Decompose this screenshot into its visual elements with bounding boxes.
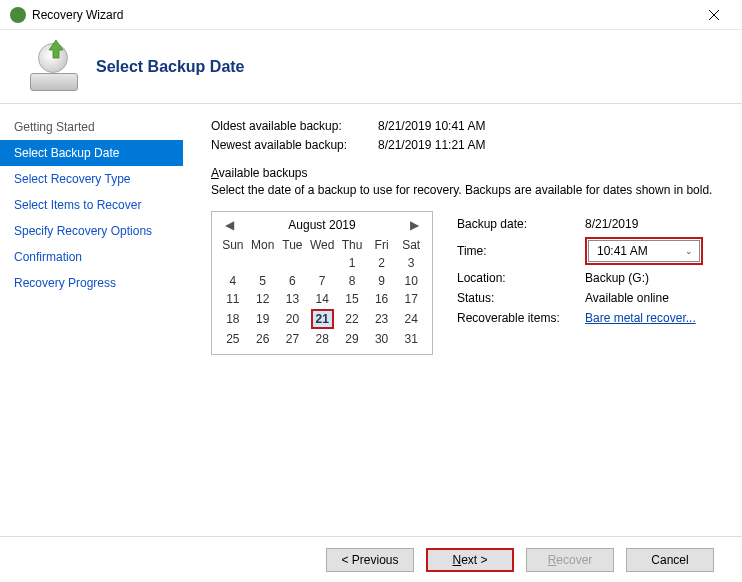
cal-day[interactable] — [307, 254, 337, 272]
app-icon — [10, 7, 26, 23]
recoverable-items-link[interactable]: Bare metal recover... — [585, 311, 696, 325]
cal-day[interactable]: 2 — [367, 254, 396, 272]
recovery-icon — [30, 43, 80, 91]
cal-day[interactable]: 6 — [278, 272, 308, 290]
close-icon — [709, 10, 719, 20]
cal-day[interactable]: 15 — [337, 290, 367, 308]
cal-day[interactable]: 10 — [396, 272, 426, 290]
step-specify-options[interactable]: Specify Recovery Options — [0, 218, 183, 244]
available-backups-title: Available backups — [211, 166, 718, 180]
cal-day[interactable]: 14 — [307, 290, 337, 308]
cal-day[interactable]: 17 — [396, 290, 426, 308]
status-label: Status: — [457, 291, 585, 305]
step-recovery-progress[interactable]: Recovery Progress — [0, 270, 183, 296]
cal-day[interactable] — [278, 254, 308, 272]
time-label: Time: — [457, 244, 585, 258]
cal-day[interactable]: 1 — [337, 254, 367, 272]
step-confirmation[interactable]: Confirmation — [0, 244, 183, 270]
cal-day[interactable] — [248, 254, 278, 272]
cal-day[interactable]: 4 — [218, 272, 248, 290]
time-highlight: 10:41 AM ⌄ — [585, 237, 703, 265]
step-getting-started[interactable]: Getting Started — [0, 114, 183, 140]
cal-day[interactable]: 5 — [248, 272, 278, 290]
backup-info: Backup date: 8/21/2019 Time: 10:41 AM ⌄ — [457, 211, 718, 331]
cal-day[interactable]: 22 — [337, 308, 367, 330]
oldest-backup-value: 8/21/2019 10:41 AM — [378, 119, 485, 133]
cal-day[interactable]: 8 — [337, 272, 367, 290]
cal-day[interactable]: 20 — [278, 308, 308, 330]
dow-thu: Thu — [337, 236, 367, 254]
location-value: Backup (G:) — [585, 271, 718, 285]
cal-day[interactable]: 9 — [367, 272, 396, 290]
title-bar: Recovery Wizard — [0, 0, 742, 30]
cal-day[interactable]: 7 — [307, 272, 337, 290]
calendar-grid: Sun Mon Tue Wed Thu Fri Sat — [218, 236, 426, 348]
cal-day[interactable] — [218, 254, 248, 272]
oldest-backup-row: Oldest available backup: 8/21/2019 10:41… — [211, 119, 718, 133]
cal-day[interactable]: 25 — [218, 330, 248, 348]
recover-button: Recover — [526, 548, 614, 572]
cal-day-selected[interactable]: 21 — [307, 308, 337, 330]
cal-day[interactable]: 28 — [307, 330, 337, 348]
step-select-backup-date[interactable]: Select Backup Date — [0, 140, 183, 166]
available-backups-desc: Select the date of a backup to use for r… — [211, 183, 718, 197]
chevron-down-icon: ⌄ — [685, 246, 693, 256]
wizard-footer: < Previous Next > Recover Cancel — [0, 536, 742, 582]
dow-tue: Tue — [278, 236, 308, 254]
cal-day[interactable]: 12 — [248, 290, 278, 308]
cal-day[interactable]: 11 — [218, 290, 248, 308]
calendar-next-button[interactable]: ▶ — [408, 218, 422, 232]
recoverable-items-label: Recoverable items: — [457, 311, 585, 325]
status-value: Available online — [585, 291, 718, 305]
page-title: Select Backup Date — [96, 58, 245, 76]
step-select-items[interactable]: Select Items to Recover — [0, 192, 183, 218]
cal-day[interactable]: 18 — [218, 308, 248, 330]
cal-day[interactable]: 31 — [396, 330, 426, 348]
time-value: 10:41 AM — [597, 244, 648, 258]
oldest-backup-label: Oldest available backup: — [211, 119, 366, 133]
cal-day[interactable]: 23 — [367, 308, 396, 330]
cal-day[interactable]: 30 — [367, 330, 396, 348]
cal-day[interactable]: 29 — [337, 330, 367, 348]
time-dropdown[interactable]: 10:41 AM ⌄ — [588, 240, 700, 262]
backup-date-value: 8/21/2019 — [585, 217, 718, 231]
newest-backup-row: Newest available backup: 8/21/2019 11:21… — [211, 138, 718, 152]
wizard-steps: Getting Started Select Backup Date Selec… — [0, 104, 183, 536]
cal-day[interactable]: 24 — [396, 308, 426, 330]
next-button[interactable]: Next > — [426, 548, 514, 572]
content-area: Oldest available backup: 8/21/2019 10:41… — [183, 104, 742, 536]
calendar: ◀ August 2019 ▶ Sun Mon Tue Wed Thu Fri — [211, 211, 433, 355]
newest-backup-value: 8/21/2019 11:21 AM — [378, 138, 485, 152]
dow-wed: Wed — [307, 236, 337, 254]
cal-day[interactable]: 26 — [248, 330, 278, 348]
cal-day[interactable]: 27 — [278, 330, 308, 348]
dow-sat: Sat — [396, 236, 426, 254]
cal-day[interactable]: 3 — [396, 254, 426, 272]
location-label: Location: — [457, 271, 585, 285]
calendar-prev-button[interactable]: ◀ — [222, 218, 236, 232]
cal-day[interactable]: 13 — [278, 290, 308, 308]
cal-day[interactable]: 16 — [367, 290, 396, 308]
close-button[interactable] — [694, 1, 734, 29]
step-select-recovery-type[interactable]: Select Recovery Type — [0, 166, 183, 192]
cancel-button[interactable]: Cancel — [626, 548, 714, 572]
wizard-body: Getting Started Select Backup Date Selec… — [0, 104, 742, 536]
wizard-header: Select Backup Date — [0, 30, 742, 104]
dow-mon: Mon — [248, 236, 278, 254]
calendar-month: August 2019 — [288, 218, 355, 232]
up-arrow-icon — [48, 40, 64, 60]
dow-fri: Fri — [367, 236, 396, 254]
cal-day[interactable]: 19 — [248, 308, 278, 330]
previous-button[interactable]: < Previous — [326, 548, 414, 572]
backup-date-label: Backup date: — [457, 217, 585, 231]
window-title: Recovery Wizard — [32, 8, 694, 22]
dow-sun: Sun — [218, 236, 248, 254]
newest-backup-label: Newest available backup: — [211, 138, 366, 152]
